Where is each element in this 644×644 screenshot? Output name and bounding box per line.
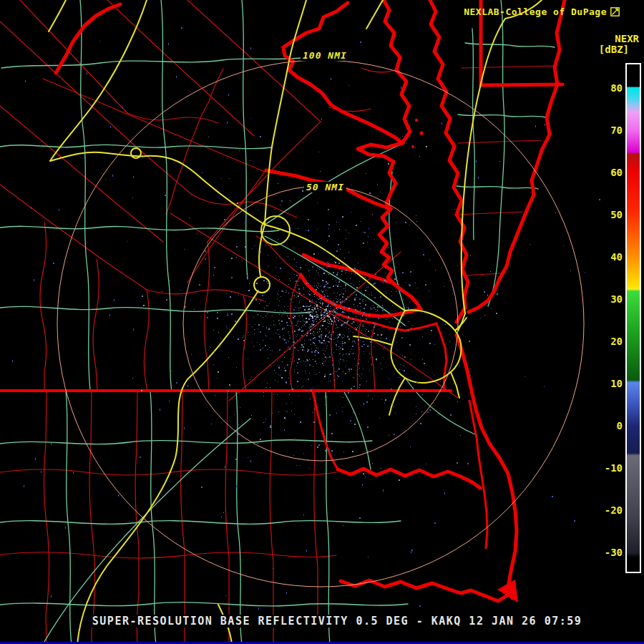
radar-echo-pixel bbox=[337, 391, 338, 392]
radar-echo-pixel bbox=[332, 364, 333, 366]
radar-echo-pixel bbox=[366, 333, 366, 334]
radar-echo-pixel bbox=[269, 328, 270, 328]
radar-echo-pixel bbox=[374, 333, 375, 334]
stream-marker bbox=[227, 314, 228, 316]
radar-echo-pixel bbox=[371, 336, 372, 337]
radar-echo-pixel bbox=[323, 312, 325, 313]
radar-echo-pixel bbox=[326, 315, 326, 316]
radar-echo-pixel bbox=[306, 359, 308, 361]
radar-echo-pixel bbox=[314, 320, 315, 321]
radar-echo-pixel bbox=[348, 85, 349, 86]
radar-echo-pixel bbox=[301, 311, 302, 312]
radar-echo-pixel bbox=[328, 323, 330, 324]
radar-echo-pixel bbox=[370, 248, 371, 249]
radar-echo-pixel bbox=[312, 321, 313, 321]
radar-echo-pixel bbox=[268, 358, 268, 358]
radar-echo-pixel bbox=[396, 291, 396, 292]
radar-echo-pixel bbox=[286, 291, 287, 291]
radar-echo-pixel bbox=[314, 278, 315, 279]
radar-echo-pixel bbox=[314, 324, 315, 325]
radar-echo-pixel bbox=[141, 390, 142, 391]
radar-echo-pixel bbox=[328, 336, 328, 337]
radar-echo-pixel bbox=[258, 315, 258, 316]
radar-echo-pixel bbox=[303, 320, 303, 321]
radar-echo-pixel bbox=[347, 321, 348, 322]
radar-echo-pixel bbox=[297, 323, 298, 323]
radar-echo-pixel bbox=[213, 364, 214, 365]
radar-echo-pixel bbox=[287, 325, 288, 326]
radar-echo-pixel bbox=[353, 292, 354, 293]
radar-echo-pixel bbox=[339, 363, 340, 364]
radar-echo-pixel bbox=[321, 264, 322, 265]
radar-echo-pixel bbox=[304, 350, 305, 351]
radar-echo-pixel bbox=[291, 354, 292, 355]
radar-echo-pixel bbox=[298, 350, 298, 351]
radar-echo-pixel bbox=[368, 395, 369, 396]
map-path-roads-primary bbox=[77, 292, 258, 644]
radar-echo-pixel bbox=[350, 331, 351, 331]
radar-echo-pixel bbox=[247, 275, 248, 276]
radar-echo-pixel bbox=[225, 595, 226, 596]
radar-echo-pixel bbox=[266, 336, 267, 337]
map-path-county-lines bbox=[127, 113, 218, 123]
radar-echo-pixel bbox=[351, 212, 351, 213]
radar-echo-pixel bbox=[284, 430, 285, 431]
radar-echo-pixel bbox=[317, 308, 318, 309]
radar-echo-pixel bbox=[315, 307, 316, 308]
stream-marker bbox=[321, 118, 322, 120]
radar-echo-pixel bbox=[379, 418, 380, 419]
radar-echo-pixel bbox=[365, 277, 366, 278]
radar-echo-pixel bbox=[346, 278, 347, 279]
radar-echo-pixel bbox=[339, 260, 340, 261]
radar-echo-pixel bbox=[423, 254, 424, 255]
stream-marker bbox=[133, 328, 134, 331]
radar-echo-pixel bbox=[334, 311, 336, 313]
radar-echo-pixel bbox=[248, 332, 248, 333]
radar-echo-pixel bbox=[353, 313, 353, 314]
radar-echo-pixel bbox=[343, 293, 344, 295]
radar-echo-pixel bbox=[391, 296, 392, 296]
radar-echo-pixel bbox=[181, 27, 182, 29]
radar-echo-pixel bbox=[294, 298, 295, 298]
radar-echo-pixel bbox=[255, 299, 257, 301]
radar-echo-pixel bbox=[293, 357, 294, 358]
radar-echo-pixel bbox=[351, 388, 352, 389]
radar-echo-pixel bbox=[255, 324, 255, 325]
radar-echo-pixel bbox=[366, 315, 367, 316]
radar-echo-pixel bbox=[267, 383, 268, 384]
radar-echo-pixel bbox=[323, 291, 324, 291]
radar-echo-pixel bbox=[336, 282, 337, 283]
radar-echo-pixel bbox=[194, 309, 195, 310]
radar-echo-pixel bbox=[275, 275, 276, 275]
radar-echo-pixel bbox=[449, 280, 450, 281]
radar-echo-pixel bbox=[290, 308, 291, 309]
radar-echo-pixel bbox=[445, 324, 446, 325]
stream-marker bbox=[114, 299, 114, 301]
radar-echo-pixel bbox=[338, 308, 338, 308]
colorbar-tick-60: 60 bbox=[594, 167, 623, 178]
radar-echo-pixel bbox=[457, 265, 458, 266]
radar-echo-pixel bbox=[234, 414, 235, 415]
radar-echo-pixel bbox=[288, 331, 289, 332]
radar-echo-pixel bbox=[313, 388, 313, 389]
radar-echo-pixel bbox=[270, 366, 270, 366]
radar-echo-pixel bbox=[318, 352, 319, 353]
radar-echo-pixel bbox=[287, 316, 288, 316]
radar-echo-pixel bbox=[599, 199, 600, 200]
radar-echo-pixel bbox=[326, 313, 328, 314]
radar-echo-pixel bbox=[279, 320, 280, 321]
radar-echo-pixel bbox=[321, 334, 322, 336]
map-path-roads-primary bbox=[366, 0, 383, 29]
radar-echo-pixel bbox=[280, 375, 280, 376]
radar-echo-pixel bbox=[358, 339, 359, 341]
radar-echo-pixel bbox=[365, 331, 366, 331]
radar-echo-pixel bbox=[315, 326, 316, 326]
radar-echo-pixel bbox=[297, 285, 298, 286]
radar-echo-pixel bbox=[328, 288, 329, 288]
radar-echo-pixel bbox=[374, 326, 375, 328]
radar-echo-pixel bbox=[345, 373, 346, 374]
radar-echo-pixel bbox=[257, 276, 258, 277]
radar-echo-pixel bbox=[298, 358, 300, 360]
radar-echo-pixel bbox=[356, 331, 356, 331]
colorbar-tick--30: -30 bbox=[594, 547, 623, 558]
